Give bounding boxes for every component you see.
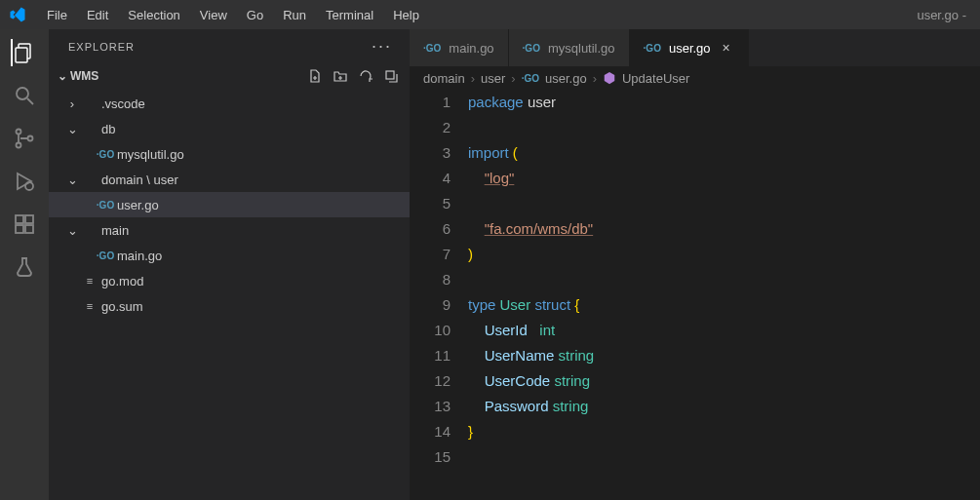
- spacer: [80, 249, 96, 263]
- tree-item-label: domain \ user: [99, 173, 178, 187]
- breadcrumb-file[interactable]: user.go: [545, 71, 587, 86]
- menu-terminal[interactable]: Terminal: [316, 4, 383, 26]
- spacer: [80, 147, 96, 162]
- tree-item-label: go.sum: [99, 299, 143, 314]
- menu-view[interactable]: View: [190, 4, 237, 26]
- editor-tabs: ·GOmain.go·GOmysqlutil.go·GOuser.go×: [410, 29, 980, 66]
- menu-file[interactable]: File: [37, 4, 77, 26]
- chevron-down-icon: ⌄: [64, 223, 80, 238]
- explorer-header: EXPLORER ···: [49, 29, 410, 63]
- explorer-sidebar: EXPLORER ··· ⌄ WMS ›.vscode⌄db ·GOmysqlu…: [49, 29, 410, 500]
- file-icon: ≡: [80, 300, 99, 312]
- menu-go[interactable]: Go: [237, 4, 273, 26]
- go-file-icon: ·GO: [96, 250, 115, 261]
- svg-rect-9: [16, 225, 23, 233]
- search-icon[interactable]: [11, 82, 38, 109]
- chevron-down-icon: ⌄: [64, 122, 80, 136]
- tree-item-label: .vscode: [99, 96, 145, 111]
- tree-item[interactable]: ⌄main: [49, 217, 410, 243]
- explorer-more-icon[interactable]: ···: [372, 36, 392, 57]
- tree-item-label: go.mod: [99, 274, 143, 288]
- tree-item[interactable]: ⌄domain \ user: [49, 167, 410, 192]
- source-control-icon[interactable]: [11, 125, 38, 152]
- breadcrumb[interactable]: domain › user › ·GO user.go › UpdateUser: [410, 66, 980, 90]
- workspace-name: WMS: [70, 69, 98, 83]
- vscode-logo-icon: [8, 5, 27, 24]
- menu-help[interactable]: Help: [383, 4, 429, 26]
- tree-item[interactable]: ·GOmain.go: [49, 243, 410, 268]
- collapse-all-icon[interactable]: [382, 67, 400, 85]
- go-file-icon: ·GO: [522, 73, 539, 84]
- breadcrumb-part[interactable]: user: [481, 71, 505, 86]
- close-icon[interactable]: ×: [719, 40, 734, 56]
- code-body[interactable]: package user import ( "log" "fa.com/wms/…: [468, 90, 980, 470]
- tree-item-label: main.go: [115, 249, 162, 263]
- go-file-icon: ·GO: [523, 43, 540, 54]
- svg-point-2: [17, 88, 28, 99]
- chevron-right-icon: ›: [511, 71, 515, 86]
- svg-line-3: [27, 98, 33, 104]
- chevron-right-icon: ›: [64, 96, 80, 111]
- new-file-icon[interactable]: [306, 67, 324, 85]
- go-file-icon: ·GO: [96, 148, 115, 160]
- editor-tab[interactable]: ·GOmain.go: [410, 29, 509, 66]
- file-tree: ›.vscode⌄db ·GOmysqlutil.go⌄domain \ use…: [49, 89, 410, 321]
- tree-item[interactable]: ≡go.mod: [49, 268, 410, 293]
- menu-bar: FileEditSelectionViewGoRunTerminalHelp: [37, 4, 429, 26]
- explorer-title: EXPLORER: [68, 41, 135, 53]
- new-folder-icon[interactable]: [332, 67, 349, 85]
- tree-item[interactable]: ⌄db: [49, 116, 410, 141]
- titlebar: FileEditSelectionViewGoRunTerminalHelp u…: [0, 0, 980, 29]
- tree-item[interactable]: ·GOmysqlutil.go: [49, 141, 410, 167]
- refresh-icon[interactable]: [357, 67, 374, 85]
- editor-tab[interactable]: ·GOmysqlutil.go: [509, 29, 630, 66]
- chevron-down-icon: ⌄: [55, 69, 70, 83]
- code-editor[interactable]: 123456789101112131415 package user impor…: [410, 90, 980, 470]
- file-icon: ≡: [80, 275, 99, 287]
- chevron-right-icon: ›: [471, 71, 475, 86]
- activity-bar: [0, 29, 49, 500]
- svg-point-6: [28, 136, 33, 141]
- tree-item-label: db: [99, 122, 115, 136]
- svg-rect-1: [16, 48, 27, 62]
- testing-icon[interactable]: [11, 253, 38, 281]
- method-icon: [603, 71, 616, 85]
- spacer: [64, 299, 80, 314]
- breadcrumb-part[interactable]: domain: [423, 71, 465, 86]
- chevron-down-icon: ⌄: [64, 173, 80, 187]
- svg-point-5: [17, 143, 21, 148]
- go-file-icon: ·GO: [423, 43, 441, 54]
- tab-label: user.go: [669, 41, 711, 56]
- tree-item[interactable]: ≡go.sum: [49, 293, 410, 319]
- svg-point-7: [25, 182, 33, 190]
- line-gutter: 123456789101112131415: [410, 90, 468, 470]
- tree-item-label: main: [99, 223, 129, 238]
- breadcrumb-symbol[interactable]: UpdateUser: [622, 71, 689, 86]
- tree-item-label: mysqlutil.go: [115, 147, 184, 162]
- svg-rect-12: [386, 71, 394, 79]
- run-debug-icon[interactable]: [11, 168, 38, 195]
- window-title: user.go -: [917, 8, 972, 22]
- spacer: [80, 198, 96, 212]
- svg-rect-8: [16, 215, 23, 223]
- tab-label: main.go: [449, 41, 493, 56]
- editor-tab[interactable]: ·GOuser.go×: [630, 29, 749, 66]
- chevron-right-icon: ›: [593, 71, 597, 86]
- menu-edit[interactable]: Edit: [77, 4, 118, 26]
- go-file-icon: ·GO: [96, 199, 115, 211]
- editor-area: ·GOmain.go·GOmysqlutil.go·GOuser.go× dom…: [410, 29, 980, 500]
- svg-point-4: [17, 130, 21, 135]
- menu-run[interactable]: Run: [273, 4, 316, 26]
- svg-rect-10: [25, 225, 33, 233]
- explorer-icon[interactable]: [11, 39, 38, 66]
- workspace-header[interactable]: ⌄ WMS: [49, 63, 410, 89]
- menu-selection[interactable]: Selection: [118, 4, 189, 26]
- tab-label: mysqlutil.go: [548, 41, 615, 56]
- tree-item[interactable]: ›.vscode: [49, 91, 410, 116]
- svg-rect-11: [25, 215, 33, 223]
- spacer: [64, 274, 80, 288]
- go-file-icon: ·GO: [644, 43, 661, 54]
- extensions-icon[interactable]: [11, 211, 38, 238]
- tree-item[interactable]: ·GOuser.go: [49, 192, 410, 217]
- tree-item-label: user.go: [115, 198, 159, 212]
